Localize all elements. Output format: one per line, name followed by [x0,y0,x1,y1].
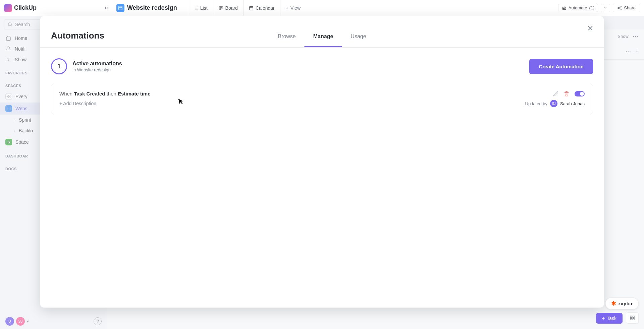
svg-rect-33 [633,316,634,318]
svg-rect-14 [562,7,566,9]
add-view-label: View [290,5,301,11]
when-label: When [59,91,72,96]
svg-rect-32 [630,316,632,318]
top-bar: ClickUp Website redesign List Board Cale… [0,0,644,16]
svg-point-20 [620,9,622,10]
svg-point-15 [563,8,564,8]
avatar: SJ [550,100,557,107]
updated-by-label: Updated by [525,101,548,106]
svg-rect-9 [221,6,223,8]
automations-modal: Automations Browse Manage Usage 1 Active… [40,16,604,308]
tab-manage[interactable]: Manage [305,27,342,47]
new-task-button[interactable]: + Task [596,313,623,324]
workspace-title[interactable]: Website redesign [127,4,177,11]
create-automation-button[interactable]: Create Automation [529,59,593,74]
svg-line-21 [619,8,620,9]
svg-rect-35 [630,318,632,320]
modal-body: 1 Active automations in Website redesign… [40,48,604,308]
task-label: Task [607,316,616,321]
grid-icon [630,315,635,321]
apps-button[interactable] [626,312,639,324]
svg-point-16 [565,8,565,8]
zapier-icon: ✱ [611,300,616,307]
topbar-right: Automate (1) Share [558,4,640,12]
automation-card-header: When Task Created then Estimate time [59,91,585,96]
workspace-icon [116,4,124,12]
automate-button[interactable]: Automate (1) [558,4,598,12]
plus-icon: + [602,316,605,321]
delete-button[interactable] [564,91,569,96]
modal-header: Automations Browse Manage Usage [40,16,604,48]
zapier-label: zapier [618,301,633,306]
tab-board[interactable]: Board [213,0,243,16]
zapier-badge[interactable]: ✱ zapier [605,298,639,310]
action-name: Estimate time [118,91,151,96]
add-view-button[interactable]: + View [280,0,306,16]
sidebar-collapse-button[interactable] [104,5,109,11]
close-icon [586,24,594,32]
updated-by: Updated by SJ Sarah Jonas [525,100,585,107]
share-icon [617,6,622,10]
summary-sub-name: Website redesign [77,67,111,72]
workspace-title-wrap: Website redesign [112,4,181,12]
plus-icon: + [286,5,288,11]
app-logo[interactable]: ClickUp [4,4,37,12]
enable-toggle[interactable] [575,91,585,96]
tab-list[interactable]: List [188,0,213,16]
summary-title: Active automations [72,61,122,67]
automation-card-footer: + Add Description Updated by SJ Sarah Jo… [59,100,585,107]
tab-list-label: List [200,5,208,11]
tab-calendar-label: Calendar [256,5,275,11]
tab-calendar[interactable]: Calendar [243,0,280,16]
automation-card[interactable]: When Task Created then Estimate time + A [51,84,593,114]
summary-text: Active automations in Website redesign [72,61,122,72]
svg-rect-34 [633,318,634,320]
add-description-button[interactable]: + Add Description [59,101,96,106]
robot-icon [562,6,567,10]
svg-point-18 [620,6,622,7]
trigger-name: Task Created [74,91,105,96]
app-name: ClickUp [14,4,37,11]
modal-title: Automations [51,30,104,41]
share-button[interactable]: Share [613,4,640,12]
card-actions [553,91,585,96]
automate-label: Automate [569,5,587,10]
active-count-badge: 1 [51,58,67,74]
modal-tabs: Browse Manage Usage [269,27,375,47]
svg-rect-8 [219,6,220,10]
automate-count: (1) [589,5,594,10]
summary-sub-prefix: in [72,67,76,72]
svg-rect-10 [250,6,253,10]
updated-by-name: Sarah Jonas [560,101,585,106]
automate-dropdown[interactable] [601,4,610,12]
then-label: then [107,91,116,96]
pencil-icon [553,91,558,96]
close-button[interactable] [586,24,594,34]
summary-row: 1 Active automations in Website redesign… [51,58,593,74]
tab-browse[interactable]: Browse [269,27,304,47]
tab-board-label: Board [225,5,238,11]
automation-rule-text: When Task Created then Estimate time [59,91,151,96]
edit-button[interactable] [553,91,558,96]
clickup-logo-icon [4,4,12,12]
tab-usage[interactable]: Usage [342,27,375,47]
svg-point-19 [618,7,619,9]
trash-icon [564,91,569,96]
chevron-down-icon [604,6,607,9]
svg-rect-0 [119,6,122,10]
share-label: Share [624,5,636,10]
svg-line-22 [619,7,620,7]
view-tabs: List Board Calendar + View [188,0,306,16]
